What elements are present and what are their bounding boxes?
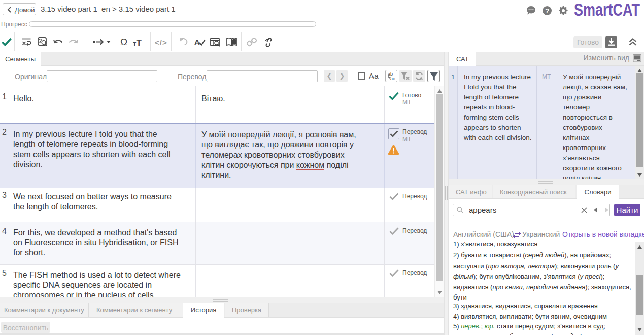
svg-text:Ω: Ω (120, 37, 127, 47)
svg-text:ac: ac (390, 76, 395, 81)
svg-text:A: A (194, 38, 200, 46)
svg-text:?: ? (545, 7, 549, 15)
